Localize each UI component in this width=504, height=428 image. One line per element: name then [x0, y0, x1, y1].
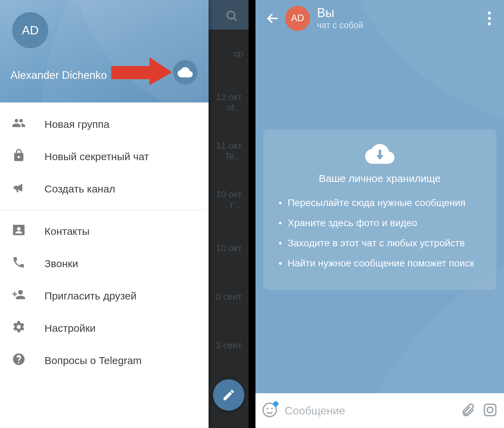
- chat-body: Ваше личное хранилище Пересылайте сюда н…: [255, 36, 504, 393]
- saved-messages-cloud-button[interactable]: [173, 60, 197, 84]
- menu-label: Вопросы о Telegram: [44, 355, 142, 367]
- chat-avatar-initials: AD: [291, 13, 304, 24]
- svg-point-12: [487, 407, 493, 413]
- svg-rect-11: [485, 404, 496, 416]
- contact-icon: [12, 223, 44, 239]
- gear-icon: [12, 320, 44, 336]
- card-bullet: Храните здесь фото и видео: [277, 216, 482, 230]
- phone-icon: [12, 255, 44, 272]
- paperclip-icon: [460, 402, 475, 418]
- emoji-button[interactable]: [262, 402, 278, 419]
- card-bullet-list: Пересылайте сюда нужные сообщения Хранит…: [277, 196, 482, 271]
- card-title: Ваше личное хранилище: [277, 173, 482, 184]
- saved-messages-card: Ваше личное хранилище Пересылайте сюда н…: [263, 130, 496, 290]
- help-icon: [12, 352, 44, 369]
- lock-icon: [12, 148, 44, 165]
- arrow-left-icon: [266, 11, 280, 26]
- card-bullet: Найти нужное сообщение поможет поиск: [277, 256, 482, 271]
- chat-title-block[interactable]: Вы чат с собой: [317, 7, 363, 30]
- menu-settings[interactable]: Настройки: [0, 312, 209, 344]
- chat-avatar[interactable]: AD: [285, 6, 310, 31]
- svg-point-5: [488, 11, 491, 15]
- menu-new-group[interactable]: Новая группа: [0, 108, 209, 140]
- avatar-initials: AD: [22, 23, 39, 37]
- svg-point-6: [488, 17, 491, 20]
- panel-divider: [249, 0, 255, 428]
- more-vert-icon: [488, 11, 491, 25]
- group-icon: [12, 116, 44, 132]
- invite-icon: [12, 288, 44, 304]
- menu-faq[interactable]: Вопросы о Telegram: [0, 344, 209, 377]
- user-avatar[interactable]: AD: [12, 12, 48, 48]
- message-input-bar: [255, 393, 504, 428]
- message-input[interactable]: [285, 404, 453, 417]
- menu-contacts[interactable]: Контакты: [0, 215, 209, 247]
- menu-label: Настройки: [44, 322, 96, 334]
- menu-separator: [0, 210, 209, 210]
- chat-menu-button[interactable]: [480, 11, 499, 25]
- chat-subtitle: чат с собой: [317, 20, 363, 30]
- menu-invite[interactable]: Пригласить друзей: [0, 280, 209, 312]
- svg-point-9: [267, 408, 268, 410]
- svg-point-10: [271, 408, 273, 410]
- menu-label: Пригласить друзей: [44, 290, 137, 302]
- drawer-header: AD Alexander Dichenko: [0, 0, 209, 102]
- voice-button[interactable]: [482, 402, 498, 419]
- menu-secret-chat[interactable]: Новый секретный чат: [0, 140, 209, 173]
- right-panel: AD Вы чат с собой Ваше личное хранилище …: [255, 0, 504, 428]
- navigation-drawer: AD Alexander Dichenko Новая группа Новый…: [0, 0, 209, 428]
- menu-label: Новый секретный чат: [44, 151, 149, 163]
- pencil-icon: [222, 388, 236, 402]
- menu-label: Новая группа: [44, 118, 109, 130]
- compose-fab[interactable]: [213, 379, 244, 411]
- cloud-download-icon: [277, 143, 482, 165]
- card-bullet: Заходите в этот чат с любых устройств: [277, 236, 482, 250]
- annotation-arrow: [111, 56, 174, 87]
- emoji-notification-dot: [273, 401, 278, 406]
- drawer-menu: Новая группа Новый секретный чат Создать…: [0, 102, 209, 428]
- megaphone-icon: [12, 181, 44, 197]
- menu-label: Контакты: [44, 225, 90, 237]
- svg-marker-3: [149, 57, 172, 85]
- chat-title: Вы: [317, 7, 363, 19]
- menu-new-channel[interactable]: Создать канал: [0, 173, 209, 205]
- mic-square-icon: [482, 402, 498, 418]
- card-bullet: Пересылайте сюда нужные сообщения: [277, 196, 482, 210]
- menu-calls[interactable]: Звонки: [0, 247, 209, 280]
- chat-header: AD Вы чат с собой: [255, 0, 504, 36]
- attach-button[interactable]: [460, 402, 475, 419]
- left-panel: ср 12 окт.of… 11 окт.Te… 10 окт., I'… 10…: [0, 0, 249, 428]
- menu-label: Создать канал: [44, 183, 115, 195]
- cloud-icon: [178, 67, 193, 78]
- menu-label: Звонки: [44, 258, 78, 270]
- svg-rect-2: [111, 66, 151, 79]
- back-button[interactable]: [261, 11, 285, 26]
- svg-point-7: [488, 22, 491, 25]
- user-name: Alexander Dichenko: [10, 69, 107, 82]
